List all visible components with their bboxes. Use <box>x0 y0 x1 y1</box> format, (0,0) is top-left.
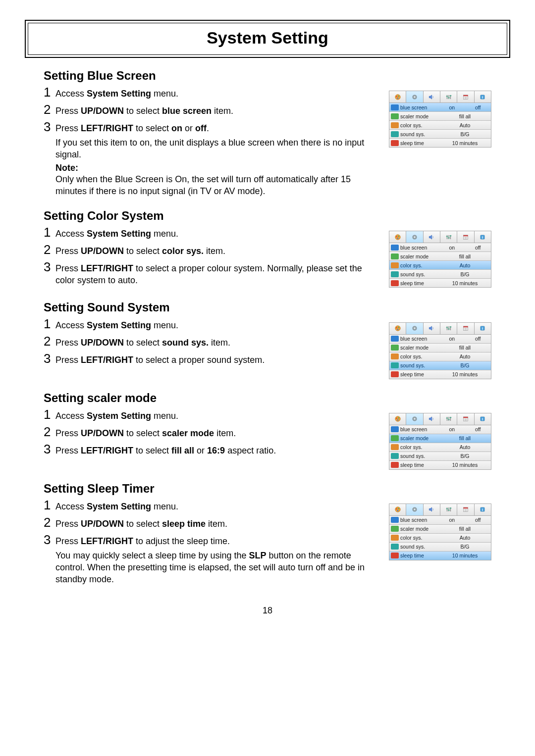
osd-row-blue-screen[interactable]: blue screenonoff <box>389 103 491 112</box>
svg-rect-42 <box>447 326 447 330</box>
osd-tab-system[interactable] <box>406 323 423 334</box>
osd-tab-audio[interactable] <box>424 231 440 243</box>
osd-tab-tuning[interactable] <box>440 231 457 243</box>
step-number: 1 <box>44 316 54 332</box>
osd-row-blue-screen[interactable]: blue screenonoff <box>389 425 491 434</box>
osd-row-color-sys-[interactable]: color sys.Auto <box>389 261 491 270</box>
step: 2Press UP/DOWN to select color sys. item… <box>44 242 381 257</box>
step-text: Press LEFT/RIGHT to select a proper colo… <box>54 262 381 287</box>
osd-row-sleep-time[interactable]: sleep time10 minutes <box>389 461 491 469</box>
steps: 1Access System Setting menu.2Press UP/DO… <box>44 407 389 459</box>
osd-tab-audio[interactable] <box>424 91 440 102</box>
osd-tab-tuning[interactable] <box>440 91 457 102</box>
row-label: sound sys. <box>400 544 439 550</box>
row-label: sound sys. <box>400 131 439 137</box>
osd-tab-audio[interactable] <box>424 413 440 425</box>
section: 1Access System Setting menu.2Press UP/DO… <box>44 316 491 379</box>
osd-tab-picture[interactable] <box>389 323 406 334</box>
osd-tab-audio[interactable] <box>424 504 440 515</box>
row-label: color sys. <box>400 262 439 268</box>
osd-row-scaler-mode[interactable]: scaler modefill all <box>389 252 491 261</box>
osd-row-sleep-time[interactable]: sleep time10 minutes <box>389 370 491 379</box>
section-heading: Setting scaler mode <box>44 391 491 405</box>
osd-tab-info[interactable]: i <box>475 413 491 425</box>
osd-row-color-sys-[interactable]: color sys.Auto <box>389 121 491 130</box>
svg-rect-43 <box>448 326 449 330</box>
osd-row-sound-sys-[interactable]: sound sys.B/G <box>389 270 491 279</box>
row-value: 10 minutes <box>439 553 491 558</box>
osd-row-color-sys-[interactable]: color sys.Auto <box>389 534 491 543</box>
osd-tab-timer[interactable] <box>457 323 474 334</box>
osd-tab-audio[interactable] <box>424 323 440 334</box>
row-value: fill all <box>439 345 491 351</box>
osd-menu: iblue screenonoffscaler modefill allcolo… <box>389 322 491 379</box>
row-label: blue screen <box>400 245 439 251</box>
osd-row-blue-screen[interactable]: blue screenonoff <box>389 335 491 344</box>
osd-tab-picture[interactable] <box>389 231 406 243</box>
osd-row-sound-sys-[interactable]: sound sys.B/G <box>389 361 491 370</box>
row-icon <box>391 122 399 128</box>
step-text: Access System Setting menu. <box>54 228 178 240</box>
step: 3Press LEFT/RIGHT to select a proper sou… <box>44 351 381 366</box>
osd-row-color-sys-[interactable]: color sys.Auto <box>389 443 491 452</box>
osd-row-scaler-mode[interactable]: scaler modefill all <box>389 344 491 353</box>
osd-row-sound-sys-[interactable]: sound sys.B/G <box>389 543 491 552</box>
svg-text:i: i <box>482 508 483 511</box>
osd-row-sleep-time[interactable]: sleep time10 minutes <box>389 139 491 147</box>
step: 2Press UP/DOWN to select sleep time item… <box>44 515 381 530</box>
step-body: You may quickly select a sleep time by u… <box>55 550 381 586</box>
osd-row-blue-screen[interactable]: blue screenonoff <box>389 243 491 252</box>
osd-row-blue-screen[interactable]: blue screenonoff <box>389 516 491 525</box>
svg-rect-81 <box>446 508 448 509</box>
svg-point-72 <box>395 507 400 512</box>
osd-tab-info[interactable]: i <box>475 91 491 102</box>
osd-row-scaler-mode[interactable]: scaler modefill all <box>389 434 491 443</box>
audio-icon <box>428 234 435 241</box>
osd-row-sound-sys-[interactable]: sound sys.B/G <box>389 452 491 461</box>
osd-row-sound-sys-[interactable]: sound sys.B/G <box>389 130 491 139</box>
section: 1Access System Setting menu.2Press UP/DO… <box>44 85 491 197</box>
steps: 1Access System Setting menu.2Press UP/DO… <box>44 498 389 586</box>
row-icon <box>391 140 399 146</box>
svg-point-77 <box>414 509 416 510</box>
osd-tab-info[interactable]: i <box>475 231 491 243</box>
osd-row-sleep-time[interactable]: sleep time10 minutes <box>389 552 491 560</box>
osd-tab-timer[interactable] <box>457 504 474 515</box>
system-icon <box>411 506 418 513</box>
osd-tab-tuning[interactable] <box>440 413 457 425</box>
osd-tab-picture[interactable] <box>389 91 406 102</box>
row-value: fill all <box>439 435 491 441</box>
page-title: System Setting <box>207 28 328 47</box>
svg-text:i: i <box>482 236 483 239</box>
osd-tab-system[interactable] <box>406 231 423 243</box>
osd-tabs: i <box>389 504 491 516</box>
osd-row-color-sys-[interactable]: color sys.Auto <box>389 353 491 361</box>
osd-tab-system[interactable] <box>406 413 423 425</box>
row-value: B/G <box>439 362 491 368</box>
tuning-icon <box>445 506 452 513</box>
osd-tab-timer[interactable] <box>457 413 474 425</box>
osd-row-sleep-time[interactable]: sleep time10 minutes <box>389 279 491 287</box>
row-icon <box>391 435 399 441</box>
osd-tab-timer[interactable] <box>457 91 474 102</box>
system-icon <box>411 94 418 101</box>
osd-tab-info[interactable]: i <box>475 504 491 515</box>
osd-tab-system[interactable] <box>406 504 423 515</box>
row-value: Auto <box>439 353 491 359</box>
osd-tab-picture[interactable] <box>389 413 406 425</box>
step: 2Press UP/DOWN to select scaler mode ite… <box>44 424 381 440</box>
osd-tab-system[interactable] <box>406 91 423 102</box>
osd-menu: iblue screenonoffscaler modefill allcolo… <box>389 91 491 148</box>
osd-row-scaler-mode[interactable]: scaler modefill all <box>389 525 491 534</box>
osd-tab-timer[interactable] <box>457 231 474 243</box>
svg-rect-46 <box>448 329 450 330</box>
step-text: Access System Setting menu. <box>54 88 178 100</box>
osd-row-scaler-mode[interactable]: scaler modefill all <box>389 112 491 121</box>
audio-icon <box>428 325 435 332</box>
osd-tab-tuning[interactable] <box>440 323 457 334</box>
osd-tab-info[interactable]: i <box>475 323 491 334</box>
osd-tab-tuning[interactable] <box>440 504 457 515</box>
tuning-icon <box>445 94 452 101</box>
row-label: sound sys. <box>400 362 439 368</box>
osd-tab-picture[interactable] <box>389 504 406 515</box>
